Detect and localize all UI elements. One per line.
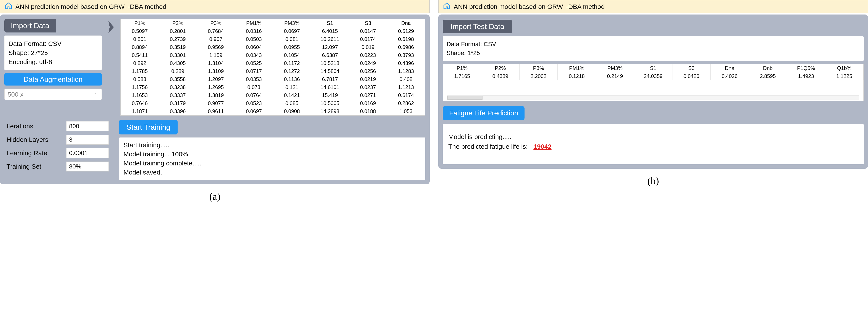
table-cell: 0.073 (235, 83, 273, 91)
table-cell: 0.3793 (387, 51, 425, 59)
log-line-3: Model training complete..... (123, 159, 421, 168)
table-cell: 0.7684 (197, 27, 235, 35)
table-cell: 0.0223 (349, 51, 387, 59)
table-cell: 0.1272 (273, 67, 311, 75)
table-cell: 0.3301 (159, 51, 197, 59)
table-cell: 0.2149 (596, 72, 634, 80)
table-row: 1.18710.33960.96110.06970.090814.28980.0… (121, 107, 425, 116)
panel-a-top-row: Import Data Data Format: CSV Shape: 27*2… (4, 19, 425, 116)
training-data-table: P1%P2%P3%PM1%PM3%S1S3Dna 0.50970.28010.7… (120, 19, 425, 116)
panel-a-column: ANN prediction model based on GRW -DBA m… (0, 0, 430, 205)
table-cell: 6.7817 (311, 75, 349, 83)
panel-b-main: Import Test Data Data Format: CSV Shape:… (438, 14, 868, 169)
table-cell: 0.1421 (273, 91, 311, 99)
table-cell: 1.1871 (121, 107, 159, 116)
table-header: P3% (197, 19, 235, 27)
forward-arrow-icon (106, 19, 116, 116)
table-cell: 0.2801 (159, 27, 197, 35)
table-cell: 14.2898 (311, 107, 349, 116)
table-cell: 0.4305 (159, 59, 197, 67)
table-cell: 0.6174 (387, 91, 425, 99)
table-cell: 0.408 (387, 75, 425, 83)
table-cell: 0.0604 (235, 43, 273, 51)
log-line-4: Model saved. (123, 168, 421, 177)
table-cell: 1.2097 (197, 75, 235, 83)
data-info-box: Data Format: CSV Shape: 27*25 Encoding: … (4, 35, 102, 70)
table-row: 0.88940.35190.95690.06040.095512.0970.01… (121, 43, 425, 51)
scrollbar-thumb[interactable] (447, 96, 483, 100)
training-panel: Iterations Hidden Layers Learning Rate T… (4, 120, 425, 180)
table-cell: 0.0503 (235, 35, 273, 43)
format-value-b: CSV (484, 41, 496, 48)
table-cell: 2.8595 (749, 72, 787, 80)
training-set-input[interactable] (66, 161, 109, 171)
table-cell: 0.1218 (558, 72, 596, 80)
encoding-label: Encoding: (8, 58, 39, 65)
titlebar-a: ANN prediction model based on GRW -DBA m… (0, 0, 430, 13)
start-training-button[interactable]: Start Training (119, 120, 178, 134)
import-test-data-button[interactable]: Import Test Data (443, 20, 512, 33)
table-cell: 0.583 (121, 75, 159, 83)
data-augmentation-button[interactable]: Data Augmentation (4, 73, 102, 86)
table-cell: 0.3179 (159, 99, 197, 107)
table-cell: 0.0174 (349, 35, 387, 43)
augmentation-factor-value: 500 x (7, 91, 23, 98)
table-row: 0.5830.35581.20970.03530.11366.78170.021… (121, 75, 425, 83)
table-cell: 0.0908 (273, 107, 311, 116)
panel-b-column: ANN prediction model based on GRW -DBA m… (438, 0, 868, 205)
table-cell: 0.0426 (672, 72, 710, 80)
log-line-1: Start training..... (123, 141, 421, 150)
table-cell: 12.097 (311, 43, 349, 51)
table-cell: 0.0169 (349, 99, 387, 107)
format-label: Data Format: (8, 40, 48, 47)
table-cell: 0.0717 (235, 67, 273, 75)
title-prefix-b: ANN prediction model based on GRW (454, 3, 563, 10)
caption-b: (b) (438, 169, 868, 189)
table-cell: 0.9077 (197, 99, 235, 107)
format-value: CSV (48, 40, 62, 47)
hidden-layers-input[interactable] (66, 135, 109, 145)
prediction-output: Model is predicting..... The predicted f… (443, 124, 864, 164)
table-cell: 0.3238 (159, 83, 197, 91)
table-cell: 0.6198 (387, 35, 425, 43)
table-cell: 0.0271 (349, 91, 387, 99)
shape-label-b: Shape: (446, 50, 468, 56)
table-row: 1.71650.43892.20020.12180.214924.03590.0… (443, 72, 864, 80)
import-data-button[interactable]: Import Data (4, 19, 56, 32)
table-cell: 0.0316 (235, 27, 273, 35)
table-cell: 0.4026 (711, 72, 749, 80)
panel-a-sidebar: Import Data Data Format: CSV Shape: 27*2… (4, 19, 102, 116)
table-row: 0.8010.27390.9070.05030.08110.26110.0174… (121, 35, 425, 43)
caption-a: (a) (0, 184, 430, 205)
learning-rate-input[interactable] (66, 148, 109, 158)
home-icon[interactable] (4, 2, 16, 11)
title-prefix-a: ANN prediction model based on GRW (16, 3, 125, 10)
table-header: PM3% (273, 19, 311, 27)
table-header: P1Q5% (787, 64, 825, 72)
test-data-info-box: Data Format: CSV Shape: 1*25 (443, 36, 864, 61)
table-cell: 1.3104 (197, 59, 235, 67)
table-header: P1% (121, 19, 159, 27)
predict-log-1: Model is predicting..... (448, 132, 858, 142)
fatigue-life-prediction-button[interactable]: Fatigue Life Prediction (443, 106, 525, 120)
table-row: 1.16530.33371.38190.07640.142115.4190.02… (121, 91, 425, 99)
table-cell: 0.801 (121, 35, 159, 43)
table-cell: 0.5411 (121, 51, 159, 59)
table-cell: 0.3519 (159, 43, 197, 51)
table-cell: 0.6986 (387, 43, 425, 51)
table-row: 1.17560.32381.26950.0730.12114.61010.023… (121, 83, 425, 91)
table-cell: 1.1225 (825, 72, 863, 80)
shape-value-b: 1*25 (468, 50, 480, 56)
title-suffix-a: -DBA method (128, 3, 166, 10)
home-icon[interactable] (443, 2, 454, 11)
augmentation-factor-dropdown[interactable]: 500 x (4, 89, 102, 100)
table-cell: 0.019 (349, 43, 387, 51)
horizontal-scrollbar[interactable] (447, 95, 859, 100)
table-header: P1% (443, 64, 481, 72)
table-cell: 1.3109 (197, 67, 235, 75)
prediction-panel: Fatigue Life Prediction Model is predict… (443, 106, 864, 164)
table-header: Q1b% (825, 64, 863, 72)
panel-b-top: Import Test Data Data Format: CSV Shape:… (443, 19, 864, 102)
table-row: 0.54110.33011.1590.03430.10546.63870.022… (121, 51, 425, 59)
iterations-input[interactable] (66, 121, 109, 131)
